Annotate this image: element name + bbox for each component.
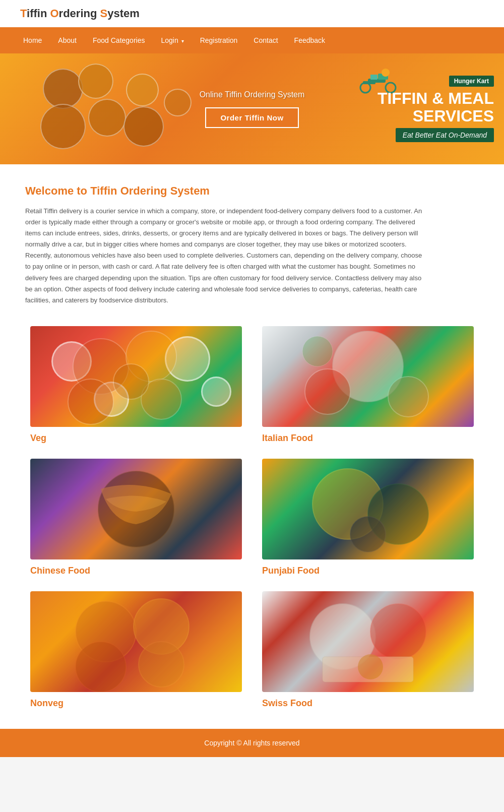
hero-banner: Online Tiffin Ordering System Order Tiff… <box>0 53 504 164</box>
site-footer: Copyright © All rights reserved <box>0 729 504 757</box>
food-item-swiss[interactable]: Swiss Food <box>262 591 474 709</box>
food-label-veg: Veg <box>30 433 242 444</box>
site-header: Tiffin Ordering System <box>0 0 504 27</box>
svg-point-9 <box>68 379 113 424</box>
food-image-italian <box>262 326 474 427</box>
food-categories-grid: Veg Italian Food <box>25 326 479 709</box>
brand-badge: Hunger Kart <box>449 76 494 87</box>
food-image-veg <box>30 326 242 427</box>
svg-point-19 <box>350 517 386 552</box>
svg-point-11 <box>113 364 149 399</box>
nav-feedback[interactable]: Feedback <box>286 27 333 53</box>
food-image-chinese <box>30 459 242 559</box>
svg-point-14 <box>388 377 428 417</box>
order-now-button[interactable]: Order Tiffin Now <box>205 107 298 128</box>
nav-home[interactable]: Home <box>15 27 50 53</box>
food-item-italian[interactable]: Italian Food <box>262 326 474 444</box>
food-item-punjabi[interactable]: Punjabi Food <box>262 459 474 576</box>
nav-food-categories[interactable]: Food Categories <box>85 27 153 53</box>
food-label-swiss: Swiss Food <box>262 698 474 709</box>
logo-s: S <box>100 7 108 20</box>
plate-decor-swiss <box>262 591 474 692</box>
svg-point-27 <box>358 654 383 679</box>
plate-decor-nonveg <box>30 591 242 692</box>
svg-point-25 <box>370 604 426 659</box>
food-label-nonveg: Nonveg <box>30 698 242 709</box>
logo-o: O <box>50 7 58 20</box>
logo-t: T <box>20 7 27 20</box>
footer-copyright: Copyright © All rights reserved <box>204 739 299 747</box>
hero-tagline: Eat Better Eat On-Demand <box>396 128 494 142</box>
plate-decor-chinese <box>30 459 242 559</box>
hero-right-content: Hunger Kart TIFFIN & MEAL SERVICES Eat B… <box>292 58 494 159</box>
food-item-chinese[interactable]: Chinese Food <box>30 459 242 576</box>
svg-point-22 <box>76 642 126 692</box>
food-label-italian: Italian Food <box>262 433 474 444</box>
plate-decor <box>30 326 242 427</box>
food-image-nonveg <box>30 591 242 692</box>
food-image-punjabi <box>262 459 474 559</box>
plate-decor-italian <box>262 326 474 427</box>
nav-registration[interactable]: Registration <box>192 27 246 53</box>
food-image-swiss <box>262 591 474 692</box>
nav-about[interactable]: About <box>50 27 85 53</box>
food-label-chinese: Chinese Food <box>30 566 242 576</box>
food-label-punjabi: Punjabi Food <box>262 566 474 576</box>
food-item-veg[interactable]: Veg <box>30 326 242 444</box>
nav-contact[interactable]: Contact <box>245 27 286 53</box>
main-nav: Home About Food Categories Login ▾ Regis… <box>0 27 504 53</box>
svg-point-15 <box>302 336 333 366</box>
welcome-body: Retail Tiffin delivery is a courier serv… <box>25 206 428 306</box>
svg-point-13 <box>305 369 350 414</box>
login-dropdown-arrow: ▾ <box>181 38 184 44</box>
nav-login[interactable]: Login ▾ <box>153 27 192 53</box>
welcome-title: Welcome to Tiffin Ordering System <box>25 184 479 198</box>
plate-decor-punjabi <box>262 459 474 559</box>
main-content: Welcome to Tiffin Ordering System Retail… <box>0 164 504 729</box>
svg-point-23 <box>139 642 184 687</box>
site-logo: Tiffin Ordering System <box>20 7 140 20</box>
food-item-nonveg[interactable]: Nonveg <box>30 591 242 709</box>
hero-meal-title: TIFFIN & MEAL SERVICES <box>377 90 494 125</box>
